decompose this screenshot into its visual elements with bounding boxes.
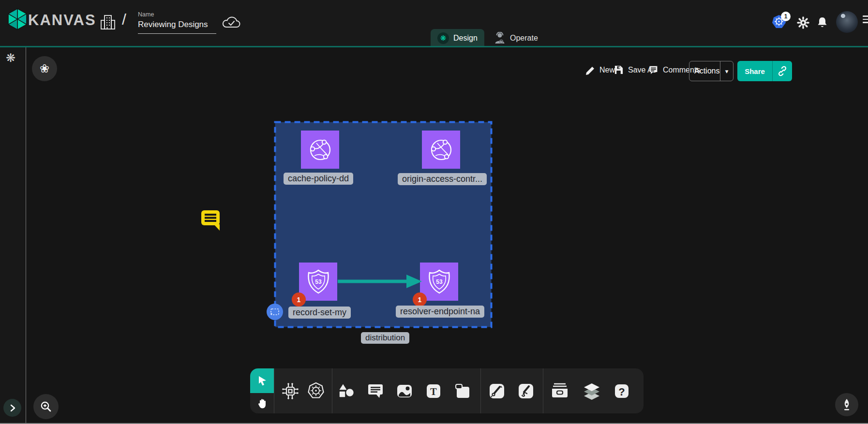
magnifier-plus-icon	[40, 400, 52, 413]
design-name-block: Name	[138, 11, 216, 34]
share-button[interactable]: Share	[737, 61, 792, 81]
archive-drawer-tool[interactable]	[549, 380, 571, 402]
tab-operate-label: Operate	[510, 34, 538, 43]
flower-icon: ❀	[40, 63, 49, 74]
node-label-resolver-endpoint[interactable]: resolver-endpoint-na	[396, 306, 484, 318]
kanvas-app: KANVAS / Name ❋ Design	[0, 0, 868, 424]
circuit-chip-icon	[281, 381, 300, 401]
cloudfront-globe-icon	[428, 136, 455, 163]
group-select-handle[interactable]	[267, 304, 283, 320]
chevron-down-icon[interactable]: ▾	[720, 61, 733, 81]
breadcrumb-separator: /	[122, 11, 126, 29]
sticky-note-icon	[453, 381, 472, 401]
app-header: KANVAS / Name ❋ Design	[0, 0, 868, 46]
link-icon	[777, 66, 788, 76]
overflow-menu-icon[interactable]	[863, 15, 868, 23]
user-avatar[interactable]	[836, 11, 858, 33]
help-tool[interactable]: ?	[611, 380, 633, 402]
annotate-pen-button[interactable]	[835, 393, 858, 416]
pen-path-tool[interactable]	[486, 380, 508, 402]
toolbar-divider	[332, 368, 332, 413]
svg-text:T: T	[430, 386, 437, 397]
tab-operate[interactable]: Operate	[487, 29, 545, 47]
tab-design-label: Design	[453, 34, 478, 43]
comment-bubble-icon	[366, 381, 385, 401]
node-label-origin-access-control[interactable]: origin-access-contr...	[398, 173, 487, 185]
issue-badge-record-set[interactable]: 1	[292, 292, 306, 307]
settings-gear-icon[interactable]	[796, 16, 810, 29]
text-tool[interactable]: T	[422, 380, 445, 402]
sidebar-expand-button[interactable]	[3, 399, 21, 417]
meshery-swirl-icon[interactable]: ❋	[6, 52, 15, 64]
toolbar-divider	[274, 368, 274, 413]
new-label: New	[599, 66, 615, 74]
operate-person-icon	[494, 32, 506, 44]
share-label: Share	[737, 61, 772, 81]
save-state-cloud-icon	[222, 15, 241, 30]
design-swirl-icon: ❋	[437, 32, 449, 44]
new-design-button[interactable]: New	[584, 65, 615, 75]
image-tool[interactable]	[393, 380, 416, 402]
toolbar-divider	[480, 368, 481, 413]
kanvas-logo-icon[interactable]	[6, 8, 29, 30]
tab-design[interactable]: ❋ Design	[431, 29, 484, 47]
pen-nib-icon	[840, 398, 853, 411]
notifications-bell-icon[interactable]	[816, 16, 829, 29]
hand-icon	[256, 397, 268, 409]
issue-badge-resolver-endpoint[interactable]: 1	[413, 292, 427, 307]
logo-wordmark[interactable]: KANVAS	[28, 12, 96, 29]
actions-dropdown-button[interactable]: Actions ▾	[689, 61, 733, 81]
pen-path-icon	[487, 381, 507, 401]
actions-label: Actions	[689, 61, 720, 81]
shapes-tool[interactable]	[335, 380, 358, 402]
left-sidebar: ❋	[0, 47, 26, 424]
chevron-right-icon	[9, 404, 16, 412]
kubernetes-context-badge: 1	[781, 12, 791, 21]
route53-shield-icon: 53	[426, 268, 452, 295]
edge-arrow[interactable]	[336, 273, 423, 290]
svg-text:53: 53	[315, 278, 322, 285]
pan-hand-tool[interactable]	[250, 393, 274, 413]
kubernetes-tool[interactable]	[305, 380, 327, 402]
copy-link-button[interactable]	[773, 61, 792, 81]
dashed-rect-icon	[270, 308, 280, 316]
pencil-scribble-icon	[516, 381, 536, 401]
save-icon	[614, 65, 624, 75]
design-name-input[interactable]	[138, 20, 216, 34]
layers-icon	[582, 380, 601, 402]
toolbar-divider	[543, 368, 543, 413]
node-cache-policy[interactable]	[301, 131, 339, 169]
pencil-icon	[584, 65, 595, 75]
zoom-in-button[interactable]	[33, 394, 59, 419]
kubernetes-wheel-icon	[306, 381, 326, 401]
comment-pin-icon[interactable]	[200, 208, 223, 232]
question-mark-icon: ?	[612, 381, 631, 401]
cloudfront-globe-icon	[307, 136, 334, 163]
node-label-record-set[interactable]: record-set-my	[288, 307, 351, 319]
header-accent-line	[0, 46, 868, 47]
svg-text:?: ?	[618, 385, 625, 397]
cursor-arrow-icon	[256, 375, 268, 387]
design-name-label: Name	[138, 11, 216, 18]
image-icon	[395, 381, 414, 401]
layers-tool[interactable]	[581, 380, 603, 402]
svg-text:53: 53	[436, 278, 443, 285]
route53-shield-icon: 53	[305, 268, 331, 295]
drawer-icon	[550, 381, 569, 401]
node-label-cache-policy[interactable]: cache-policy-dd	[284, 173, 353, 185]
widgets-toggle-button[interactable]: ❀	[32, 56, 57, 81]
comment-tool[interactable]	[364, 380, 387, 402]
group-label-distribution[interactable]: distribution	[361, 332, 409, 344]
node-origin-access-control[interactable]	[422, 131, 460, 169]
text-T-icon: T	[424, 381, 443, 401]
shapes-icon	[337, 381, 356, 401]
select-tool-active[interactable]	[250, 368, 274, 393]
node-record-set[interactable]: 53	[299, 263, 337, 301]
components-tool[interactable]	[279, 380, 301, 402]
organization-icon[interactable]	[100, 14, 116, 31]
canvas-toolbar: T	[250, 368, 644, 413]
pencil-sketch-tool[interactable]	[515, 380, 537, 402]
sticky-note-tool[interactable]	[451, 380, 474, 402]
node-resolver-endpoint[interactable]: 53	[420, 263, 458, 301]
comments-icon	[648, 65, 658, 75]
